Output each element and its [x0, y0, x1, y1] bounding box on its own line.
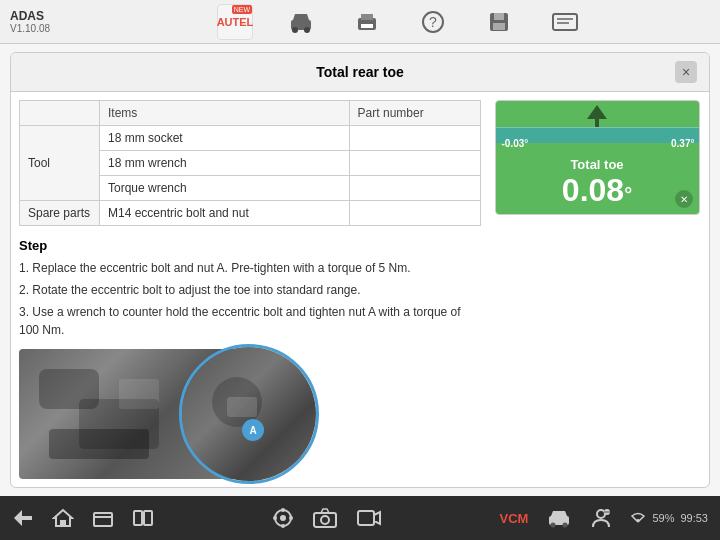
point-a-label: A: [242, 419, 264, 441]
record-icon: [356, 507, 382, 529]
gauge-value: 0.08°: [504, 174, 691, 206]
message-icon: [551, 10, 579, 34]
user-button[interactable]: [590, 507, 612, 529]
window-button[interactable]: [92, 508, 114, 528]
gauge-close-button[interactable]: ✕: [675, 190, 693, 208]
steps-title: Step: [19, 238, 481, 253]
tool-item-2: 18 mm wrench: [100, 151, 350, 176]
right-panel: -0.03° 0.37° Total toe 0.08° ✕: [489, 92, 709, 487]
svg-marker-37: [551, 511, 567, 516]
top-icons-group: AUTEL NEW ?: [90, 4, 710, 40]
svg-point-30: [289, 516, 293, 520]
status-bar: 59% 99:53: [630, 512, 708, 524]
svg-point-26: [280, 515, 286, 521]
car-top-icon: [287, 10, 315, 34]
bottom-left-icons: [12, 508, 154, 528]
svg-marker-15: [587, 105, 607, 119]
bottom-right-icons: VCM 59% 99:53: [500, 507, 708, 529]
svg-point-29: [273, 516, 277, 520]
app-title: ADAS: [10, 9, 90, 23]
record-button[interactable]: [356, 507, 382, 529]
images-row: A: [19, 349, 481, 487]
gauge-top: -0.03° 0.37°: [496, 101, 699, 151]
car-status-icon: [546, 508, 572, 528]
svg-point-32: [321, 516, 329, 524]
spare-item-1: M14 eccentric bolt and nut: [100, 201, 350, 226]
col-header-items: Items: [100, 101, 350, 126]
time-display: 99:53: [680, 512, 708, 524]
app-info: ADAS V1.10.08: [10, 9, 90, 34]
tool-part-2: [349, 151, 480, 176]
bottom-bar: VCM 59% 99:53: [0, 496, 720, 540]
save-icon: [487, 10, 511, 34]
bottom-center-icons: [272, 507, 382, 529]
top-bar: ADAS V1.10.08 AUTEL NEW: [0, 0, 720, 44]
svg-point-39: [563, 523, 568, 528]
svg-rect-16: [595, 119, 599, 127]
wifi-icon: [630, 512, 646, 524]
svg-marker-35: [374, 512, 380, 524]
svg-point-27: [281, 508, 285, 512]
procedure-image-circle: A: [179, 344, 319, 484]
svg-rect-34: [358, 511, 374, 525]
tool-label: Tool: [20, 126, 100, 201]
svg-text:?: ?: [429, 14, 437, 30]
svg-rect-5: [361, 14, 373, 20]
print-icon: [354, 10, 380, 34]
gauge-min-label: -0.03°: [502, 138, 529, 149]
svg-rect-10: [494, 13, 504, 20]
camera-button[interactable]: [312, 507, 338, 529]
help-icon-button[interactable]: ?: [415, 4, 451, 40]
svg-point-28: [281, 524, 285, 528]
new-badge: NEW: [232, 5, 252, 14]
vcm-label: VCM: [500, 511, 529, 526]
spare-part-1: [349, 201, 480, 226]
window-icon: [92, 508, 114, 528]
table-row: Spare parts M14 eccentric bolt and nut: [20, 201, 481, 226]
steps-section: Step 1. Replace the eccentric bolt and n…: [19, 238, 481, 339]
svg-point-2: [292, 27, 298, 33]
svg-point-3: [304, 27, 310, 33]
car-icon-button[interactable]: [283, 4, 319, 40]
svg-marker-1: [293, 14, 309, 20]
tool-item-3: Torque wrench: [100, 176, 350, 201]
settings-icon: [272, 507, 294, 529]
col-header-part: Part number: [349, 101, 480, 126]
svg-rect-11: [493, 23, 505, 30]
message-icon-button[interactable]: [547, 4, 583, 40]
tool-part-3: [349, 176, 480, 201]
spare-parts-label: Spare parts: [20, 201, 100, 226]
dialog-title: Total rear toe: [45, 64, 675, 80]
back-button[interactable]: [12, 508, 34, 528]
gauge-body: Total toe 0.08° ✕: [496, 151, 699, 214]
col-header-empty: [20, 101, 100, 126]
autel-home-button[interactable]: AUTEL NEW: [217, 4, 253, 40]
home-button[interactable]: [52, 508, 74, 528]
dialog-close-button[interactable]: ×: [675, 61, 697, 83]
tool-item-1: 18 mm socket: [100, 126, 350, 151]
split-icon: [132, 508, 154, 528]
step-1: 1. Replace the eccentric bolt and nut A.…: [19, 259, 481, 277]
help-icon: ?: [421, 10, 445, 34]
dialog-body: Items Part number Tool 18 mm socket 18 m…: [11, 92, 709, 487]
gauge-pointer-icon: [587, 105, 607, 127]
svg-rect-6: [361, 24, 373, 28]
camera-icon: [312, 507, 338, 529]
car-status-button[interactable]: [546, 508, 572, 528]
settings-button[interactable]: [272, 507, 294, 529]
left-panel: Items Part number Tool 18 mm socket 18 m…: [11, 92, 489, 487]
dialog: Total rear toe × Items Part number: [10, 52, 710, 488]
split-button[interactable]: [132, 508, 154, 528]
vcm-button[interactable]: VCM: [500, 511, 529, 526]
save-icon-button[interactable]: [481, 4, 517, 40]
battery-level: 59%: [652, 512, 674, 524]
svg-rect-21: [94, 513, 112, 526]
gauge-max-label: 0.37°: [671, 138, 694, 149]
svg-marker-33: [321, 509, 329, 513]
print-icon-button[interactable]: [349, 4, 385, 40]
svg-point-38: [551, 523, 556, 528]
gauge-widget: -0.03° 0.37° Total toe 0.08° ✕: [495, 100, 700, 215]
gauge-unit: °: [624, 183, 632, 205]
svg-rect-24: [144, 511, 152, 525]
tool-part-1: [349, 126, 480, 151]
